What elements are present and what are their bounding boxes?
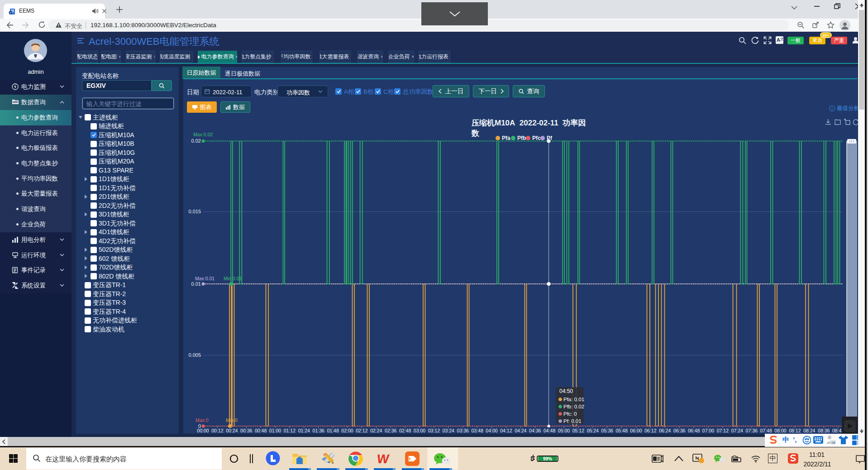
svg-text:01:48: 01:48 xyxy=(327,428,339,433)
svg-text:05:48: 05:48 xyxy=(615,428,627,433)
svg-text:Pfa: Pfa xyxy=(502,135,510,141)
svg-text:00:48: 00:48 xyxy=(255,428,267,433)
svg-text:03:24: 03:24 xyxy=(443,428,454,433)
svg-text:04:50: 04:50 xyxy=(559,388,573,394)
svg-text:0.02: 0.02 xyxy=(191,138,201,144)
svg-text:Pf: 0.01: Pf: 0.01 xyxy=(563,418,582,424)
svg-text:05:24: 05:24 xyxy=(587,428,599,433)
svg-text:02:00: 02:00 xyxy=(341,428,353,433)
svg-text:08:24: 08:24 xyxy=(803,428,815,433)
svg-text:05:00: 05:00 xyxy=(558,428,570,433)
svg-text:01:12: 01:12 xyxy=(284,428,296,433)
svg-text:Max:0.02: Max:0.02 xyxy=(193,132,213,137)
svg-text:01:00: 01:00 xyxy=(269,428,281,433)
svg-text:03:00: 03:00 xyxy=(414,428,425,433)
svg-text:Pf: Pf xyxy=(547,135,553,141)
svg-text:02:36: 02:36 xyxy=(385,428,396,433)
svg-text:06:24: 06:24 xyxy=(659,428,671,433)
svg-text:02:12: 02:12 xyxy=(356,428,367,433)
svg-text:06:36: 06:36 xyxy=(673,428,685,433)
svg-text:05:12: 05:12 xyxy=(572,428,584,433)
svg-text:07:24: 07:24 xyxy=(731,428,743,433)
svg-text:Pfc: Pfc xyxy=(532,135,541,141)
svg-text:18: 18 xyxy=(831,441,835,445)
svg-text:Pfb: Pfb xyxy=(517,135,526,141)
svg-text:07:48: 07:48 xyxy=(760,428,772,433)
svg-text:Max:0.01: Max:0.01 xyxy=(195,276,215,281)
svg-text:0.015: 0.015 xyxy=(188,209,201,214)
svg-text:08:36: 08:36 xyxy=(818,428,830,433)
svg-text:0.005: 0.005 xyxy=(188,352,201,358)
svg-text:00:24: 00:24 xyxy=(226,428,238,433)
svg-text:04:36: 04:36 xyxy=(529,428,541,433)
svg-text:01:36: 01:36 xyxy=(313,428,324,433)
svg-text:03:48: 03:48 xyxy=(471,428,483,433)
svg-text:05:36: 05:36 xyxy=(601,428,613,433)
svg-text:06:48: 06:48 xyxy=(688,428,700,433)
svg-text:08:12: 08:12 xyxy=(789,428,801,433)
svg-text:Pfa: 0.01: Pfa: 0.01 xyxy=(563,397,584,402)
svg-text:04:12: 04:12 xyxy=(500,428,512,433)
svg-text:03:36: 03:36 xyxy=(457,428,469,433)
svg-text:02:48: 02:48 xyxy=(399,428,411,433)
svg-text:Max:0: Max:0 xyxy=(196,417,209,423)
svg-text:03:12: 03:12 xyxy=(428,428,440,433)
svg-text:00:12: 00:12 xyxy=(211,428,223,433)
svg-text:0.01: 0.01 xyxy=(191,281,201,287)
svg-text:06:12: 06:12 xyxy=(644,428,656,433)
svg-text:00:00: 00:00 xyxy=(197,428,209,433)
svg-text:Min:0.01: Min:0.01 xyxy=(224,276,242,281)
svg-text:Pfc: 0: Pfc: 0 xyxy=(563,411,577,417)
svg-text:04:00: 04:00 xyxy=(486,428,497,433)
svg-text:08:00: 08:00 xyxy=(774,428,786,433)
svg-text:07:00: 07:00 xyxy=(702,428,714,433)
svg-text:04:24: 04:24 xyxy=(515,428,526,433)
svg-text:07:36: 07:36 xyxy=(746,428,758,433)
svg-text:06:00: 06:00 xyxy=(630,428,642,433)
svg-text:Pfb: 0.02: Pfb: 0.02 xyxy=(563,404,584,409)
svg-text:Min:0: Min:0 xyxy=(226,417,238,423)
svg-text:99%: 99% xyxy=(543,456,552,461)
svg-text:04:48: 04:48 xyxy=(544,428,555,433)
svg-text:00:36: 00:36 xyxy=(240,428,252,433)
svg-text:02:24: 02:24 xyxy=(370,428,382,433)
svg-text:01:24: 01:24 xyxy=(298,428,310,433)
svg-text:07:12: 07:12 xyxy=(717,428,729,433)
